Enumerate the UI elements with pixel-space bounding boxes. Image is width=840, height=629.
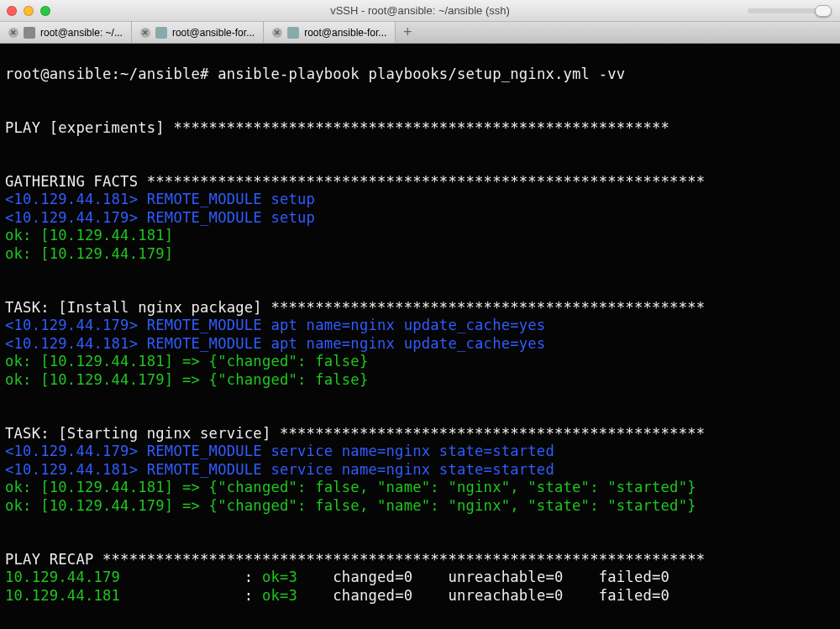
tab-label: root@ansible: ~/... xyxy=(40,27,123,39)
close-tab-icon[interactable]: ✕ xyxy=(140,28,150,38)
remote-module-line: <10.129.44.179> REMOTE_MODULE service na… xyxy=(5,443,554,459)
minimize-window-button[interactable] xyxy=(24,6,34,16)
close-tab-icon[interactable]: ✕ xyxy=(8,28,18,38)
recap-stats: changed=0 unreachable=0 failed=0 xyxy=(324,587,696,604)
close-window-button[interactable] xyxy=(7,6,17,16)
remote-module-line: <10.129.44.181> REMOTE_MODULE service na… xyxy=(5,461,554,478)
recap-host: 10.129.44.181 xyxy=(5,587,244,604)
tab-2[interactable]: ✕ root@ansible-for... xyxy=(132,22,264,43)
gathering-facts-header: GATHERING FACTS ************************… xyxy=(5,173,714,190)
terminal-output[interactable]: root@ansible:~/ansible# ansible-playbook… xyxy=(0,44,840,629)
recap-host: 10.129.44.179 xyxy=(5,569,244,585)
title-slider-track[interactable] xyxy=(748,8,832,13)
close-tab-icon[interactable]: ✕ xyxy=(272,28,282,38)
title-bar: vSSH - root@ansible: ~/ansible (ssh) xyxy=(0,0,840,22)
ok-line: ok: [10.129.44.181] xyxy=(5,227,173,244)
tab-3[interactable]: ✕ root@ansible-for... xyxy=(264,22,396,43)
recap-stats: changed=0 unreachable=0 failed=0 xyxy=(324,569,696,585)
play-header: PLAY [experiments] *********************… xyxy=(5,119,679,136)
remote-module-line: <10.129.44.181> REMOTE_MODULE setup xyxy=(5,191,315,207)
task-header: TASK: [Starting nginx service] *********… xyxy=(5,425,714,442)
ok-line: ok: [10.129.44.179] => {"changed": false… xyxy=(5,497,696,514)
zoom-window-button[interactable] xyxy=(40,6,50,16)
prompt: root@ansible:~/ansible# xyxy=(5,66,218,82)
task-header: TASK: [Install nginx package] **********… xyxy=(5,299,714,316)
recap-ok: ok=3 xyxy=(262,569,324,585)
tab-bar: ✕ root@ansible: ~/... ✕ root@ansible-for… xyxy=(0,22,840,44)
title-slider-thumb[interactable] xyxy=(815,5,832,17)
tab-label: root@ansible-for... xyxy=(304,27,386,39)
ok-line: ok: [10.129.44.179] => {"changed": false… xyxy=(5,371,368,388)
ok-line: ok: [10.129.44.181] => {"changed": false… xyxy=(5,353,368,370)
remote-module-line: <10.129.44.179> REMOTE_MODULE setup xyxy=(5,209,315,226)
recap-header: PLAY RECAP *****************************… xyxy=(5,551,714,568)
ok-line: ok: [10.129.44.179] xyxy=(5,245,173,262)
remote-module-line: <10.129.44.179> REMOTE_MODULE apt name=n… xyxy=(5,317,545,333)
tab-label: root@ansible-for... xyxy=(172,27,255,39)
terminal-icon xyxy=(287,27,299,39)
remote-module-line: <10.129.44.181> REMOTE_MODULE apt name=n… xyxy=(5,335,545,352)
terminal-icon xyxy=(24,27,35,39)
command-text: ansible-playbook playbooks/setup_nginx.y… xyxy=(218,66,625,82)
recap-ok: ok=3 xyxy=(262,587,324,604)
terminal-icon xyxy=(155,27,167,39)
tab-1[interactable]: ✕ root@ansible: ~/... xyxy=(0,22,132,43)
traffic-lights xyxy=(7,6,50,16)
ok-line: ok: [10.129.44.181] => {"changed": false… xyxy=(5,479,696,495)
add-tab-button[interactable]: + xyxy=(396,22,419,43)
window-title: vSSH - root@ansible: ~/ansible (ssh) xyxy=(330,4,510,17)
